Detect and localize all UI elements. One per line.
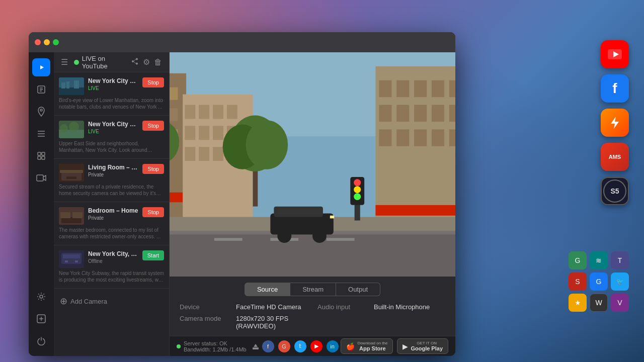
svg-rect-69 xyxy=(213,147,223,161)
menu-icon[interactable]: ☰ xyxy=(61,57,68,67)
svg-rect-33 xyxy=(66,176,76,179)
small-dock-icon-1[interactable]: G xyxy=(569,251,587,269)
bottom-panel: Source Stream Output Device FaceTime HD … xyxy=(170,277,455,336)
add-camera-button[interactable]: ⊕ Add Camera xyxy=(54,289,169,314)
live-text: LIVE on YouTube xyxy=(82,55,131,70)
small-dock-icon-5[interactable]: G xyxy=(590,273,608,291)
camera-info-living: Living Room – Home Private xyxy=(88,164,138,177)
svg-line-19 xyxy=(134,61,136,63)
small-dock-row-1: G ≋ T xyxy=(569,251,629,269)
svg-point-107 xyxy=(277,229,291,243)
camera-name-bedroom: Bedroom – Home xyxy=(88,207,138,214)
social-twitter[interactable]: 𝕥 xyxy=(294,340,306,352)
svg-rect-63 xyxy=(185,126,195,140)
svg-rect-25 xyxy=(74,80,79,88)
camera-name-nyc-ues: New York City – UES xyxy=(88,121,138,128)
server-status-text: Server status: OK xyxy=(184,340,247,346)
sidebar-icon-list[interactable] xyxy=(32,125,50,143)
svg-rect-65 xyxy=(213,126,223,140)
camera-info-nyc-ues: New York City – UES LIVE xyxy=(88,121,138,134)
svg-rect-115 xyxy=(253,347,259,349)
camera-desc-bedroom: The master bedroom, connected to my list… xyxy=(59,227,164,240)
small-dock-icon-3[interactable]: T xyxy=(611,251,629,269)
sidebar-icon-plus[interactable] xyxy=(32,310,50,328)
stop-button-nyc-ues[interactable]: Stop xyxy=(142,121,164,131)
sidebar-icon-video[interactable] xyxy=(32,169,50,187)
camera-desc-living: Secured stream of a private residence, t… xyxy=(59,184,164,197)
camera-thumbnail-bedroom xyxy=(59,207,84,225)
tab-stream[interactable]: Stream xyxy=(290,283,336,296)
share-button[interactable] xyxy=(131,57,139,67)
svg-point-112 xyxy=(354,179,361,186)
main-content: ☰ LIVE on YouTube ⚙ 🗑 xyxy=(29,52,455,356)
svg-rect-106 xyxy=(274,207,323,217)
camera-info-nyc-birds: New York City – Birds Eye LIVE xyxy=(88,77,138,91)
stop-button-nyc-birds[interactable]: Stop xyxy=(142,77,164,87)
sidebar-icon-grid[interactable] xyxy=(32,147,50,165)
googleplay-button[interactable]: ▶ GET IT ON Google Play xyxy=(397,338,448,354)
svg-rect-68 xyxy=(199,147,209,161)
sidebar-icon-settings[interactable] xyxy=(32,288,50,306)
delete-button[interactable]: 🗑 xyxy=(154,57,162,67)
appstore-button[interactable]: 🍎 Download on the App Store xyxy=(341,338,393,354)
maximize-button[interactable] xyxy=(53,39,59,45)
small-dock-icon-9[interactable]: V xyxy=(611,294,629,312)
header-actions: ⚙ 🗑 xyxy=(131,57,162,67)
dock-s5[interactable]: S5 xyxy=(601,177,629,205)
googleplay-sub-label: GET IT ON xyxy=(411,341,443,345)
camera-name-nyc-birds: New York City – Birds Eye xyxy=(88,77,138,84)
add-camera-label: Add Camera xyxy=(70,298,107,305)
social-google[interactable]: G xyxy=(278,340,290,352)
svg-rect-99 xyxy=(170,227,455,277)
settings-button[interactable]: ⚙ xyxy=(143,57,150,67)
camera-item-living-room[interactable]: Living Room – Home Private Stop Secured … xyxy=(54,159,169,202)
camera-item-subway[interactable]: New York City, Subway Offline Start New … xyxy=(54,245,169,289)
svg-rect-95 xyxy=(432,129,444,146)
social-youtube[interactable]: ▶ xyxy=(310,340,323,352)
svg-rect-83 xyxy=(432,80,444,97)
svg-rect-37 xyxy=(72,212,83,218)
camera-info-bedroom: Bedroom – Home Private xyxy=(88,207,138,221)
svg-point-6 xyxy=(40,109,42,111)
server-status: Server status: OK Bandwidth: 1.2Mb /1.4M… xyxy=(177,340,260,352)
svg-rect-53 xyxy=(170,109,178,121)
small-dock-icon-4[interactable]: S xyxy=(569,273,587,291)
sidebar-icon-play[interactable] xyxy=(32,58,50,76)
start-button-subway[interactable]: Start xyxy=(142,250,164,260)
social-facebook[interactable]: f xyxy=(262,340,274,352)
dock-flash[interactable] xyxy=(601,109,629,137)
camera-item-bedroom[interactable]: Bedroom – Home Private Stop The master b… xyxy=(54,202,169,245)
googleplay-icon: ▶ xyxy=(403,342,408,350)
small-dock-icon-7[interactable]: ★ xyxy=(569,294,587,312)
sidebar-icon-power[interactable] xyxy=(32,332,50,350)
small-dock-icon-6[interactable]: 🐦 xyxy=(611,273,629,291)
small-dock-icon-8[interactable]: W xyxy=(590,294,608,312)
minimize-button[interactable] xyxy=(44,39,50,45)
small-dock-row-2: S G 🐦 xyxy=(569,273,629,291)
dock-youtube[interactable] xyxy=(601,40,629,68)
dock-facebook[interactable]: f xyxy=(601,74,629,103)
svg-rect-24 xyxy=(66,81,69,88)
social-linkedin[interactable]: in xyxy=(327,340,339,352)
small-dock-icon-2[interactable]: ≋ xyxy=(590,251,608,269)
small-dock-row-3: ★ W V xyxy=(569,294,629,312)
title-bar xyxy=(29,32,455,52)
tab-output[interactable]: Output xyxy=(336,283,380,296)
camera-status-subway: Offline xyxy=(88,258,138,264)
svg-rect-60 xyxy=(199,105,209,119)
svg-line-20 xyxy=(134,59,136,61)
svg-rect-109 xyxy=(330,216,334,219)
sidebar-icon-location[interactable] xyxy=(32,103,50,121)
stop-button-bedroom[interactable]: Stop xyxy=(142,207,164,217)
svg-rect-94 xyxy=(414,129,427,146)
sidebar-icon-book[interactable] xyxy=(32,80,50,99)
tab-source[interactable]: Source xyxy=(245,283,290,296)
svg-rect-40 xyxy=(63,254,80,258)
close-button[interactable] xyxy=(35,39,41,45)
dock-ams[interactable]: AMS xyxy=(601,143,629,171)
svg-marker-116 xyxy=(254,344,258,347)
camera-item-nyc-birds[interactable]: New York City – Birds Eye LIVE Stop Bird… xyxy=(54,72,169,116)
stop-button-living[interactable]: Stop xyxy=(142,164,164,174)
camera-item-nyc-ues[interactable]: New York City – UES LIVE Stop Upper East… xyxy=(54,116,169,159)
live-dot xyxy=(74,60,79,65)
